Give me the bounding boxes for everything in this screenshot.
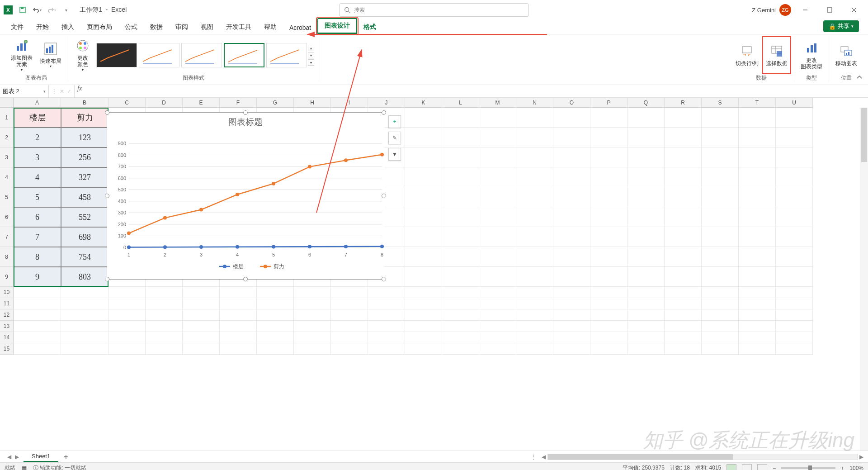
- change-chart-type-button[interactable]: 更改 图表类型: [798, 37, 825, 73]
- chart-plus-icon[interactable]: +: [388, 115, 401, 128]
- sheet-tab-1[interactable]: Sheet1: [24, 451, 58, 462]
- cell[interactable]: [739, 147, 776, 167]
- cell[interactable]: [61, 321, 108, 332]
- cell[interactable]: [665, 343, 702, 355]
- qat-customize[interactable]: ▾: [60, 4, 72, 16]
- col-header-A[interactable]: A: [14, 98, 61, 108]
- cell[interactable]: [776, 108, 813, 128]
- cell[interactable]: [220, 309, 257, 321]
- cell[interactable]: [627, 128, 665, 147]
- col-header-L[interactable]: L: [442, 98, 479, 108]
- cell[interactable]: [627, 298, 665, 309]
- fx-icon[interactable]: fx: [75, 85, 85, 97]
- cell[interactable]: [702, 298, 739, 309]
- data-cell[interactable]: 楼层: [14, 108, 61, 128]
- cell[interactable]: [368, 332, 405, 343]
- cell[interactable]: [257, 321, 294, 332]
- cell[interactable]: [553, 187, 590, 207]
- switch-row-col-button[interactable]: 切换行/列: [733, 37, 761, 73]
- data-cell[interactable]: 698: [61, 227, 108, 247]
- col-header-I[interactable]: I: [331, 98, 368, 108]
- cell[interactable]: [776, 343, 813, 355]
- cell[interactable]: [553, 332, 590, 343]
- data-cell[interactable]: 2: [14, 128, 61, 147]
- cell[interactable]: [14, 298, 61, 309]
- cell[interactable]: [739, 343, 776, 355]
- view-normal[interactable]: [726, 464, 736, 470]
- cell[interactable]: [368, 309, 405, 321]
- cell[interactable]: [183, 287, 220, 298]
- cell[interactable]: [479, 128, 516, 147]
- zoom-out[interactable]: −: [773, 465, 776, 470]
- change-colors-button[interactable]: 更改 颜色▾: [72, 37, 94, 73]
- cell[interactable]: [479, 321, 516, 332]
- cell[interactable]: [442, 207, 479, 227]
- tab-home[interactable]: 开始: [30, 20, 55, 34]
- cell[interactable]: [590, 343, 627, 355]
- cell[interactable]: [553, 287, 590, 298]
- cell[interactable]: [442, 128, 479, 147]
- row-header-3[interactable]: 3: [0, 147, 14, 167]
- cell[interactable]: [442, 287, 479, 298]
- cell[interactable]: [739, 207, 776, 227]
- cell[interactable]: [442, 309, 479, 321]
- col-header-D[interactable]: D: [146, 98, 183, 108]
- cell[interactable]: [516, 167, 553, 187]
- chart-resize-handle[interactable]: [243, 277, 248, 281]
- col-header-R[interactable]: R: [665, 98, 702, 108]
- cell[interactable]: [442, 343, 479, 355]
- cell[interactable]: [14, 321, 61, 332]
- cell[interactable]: [553, 128, 590, 147]
- cell[interactable]: [590, 128, 627, 147]
- cell[interactable]: [516, 247, 553, 267]
- cell[interactable]: [61, 332, 108, 343]
- row-header-8[interactable]: 8: [0, 247, 14, 267]
- cell[interactable]: [665, 108, 702, 128]
- view-page-break[interactable]: [757, 464, 767, 470]
- cell[interactable]: [294, 332, 331, 343]
- cell[interactable]: [442, 227, 479, 247]
- row-header-15[interactable]: 15: [0, 343, 14, 355]
- cell[interactable]: [183, 309, 220, 321]
- chart-resize-handle[interactable]: [243, 110, 248, 115]
- cell[interactable]: [294, 343, 331, 355]
- cell[interactable]: [776, 147, 813, 167]
- cell[interactable]: [516, 108, 553, 128]
- cell[interactable]: [331, 343, 368, 355]
- styles-scroll[interactable]: ▴▾▾: [308, 42, 315, 68]
- cell[interactable]: [627, 147, 665, 167]
- cell[interactable]: [294, 321, 331, 332]
- cell[interactable]: [553, 108, 590, 128]
- select-all-corner[interactable]: [0, 98, 14, 108]
- cell[interactable]: [61, 298, 108, 309]
- data-cell[interactable]: 256: [61, 147, 108, 167]
- move-chart-button[interactable]: 移动图表: [833, 37, 860, 73]
- cell[interactable]: [405, 332, 442, 343]
- cell[interactable]: [405, 227, 442, 247]
- cell[interactable]: [590, 247, 627, 267]
- cell[interactable]: [553, 167, 590, 187]
- cell[interactable]: [702, 343, 739, 355]
- share-button[interactable]: 🔒 共享 ▾: [823, 20, 859, 32]
- cell[interactable]: [776, 267, 813, 287]
- cell[interactable]: [479, 147, 516, 167]
- cell[interactable]: [516, 298, 553, 309]
- col-header-J[interactable]: J: [368, 98, 405, 108]
- cell[interactable]: [479, 187, 516, 207]
- col-header-T[interactable]: T: [739, 98, 776, 108]
- cell[interactable]: [405, 343, 442, 355]
- chart-resize-handle[interactable]: [382, 277, 386, 281]
- cell[interactable]: [702, 332, 739, 343]
- redo-button[interactable]: ▾: [45, 4, 58, 16]
- cell[interactable]: [776, 207, 813, 227]
- sheet-prev[interactable]: ◀: [7, 454, 11, 460]
- cell[interactable]: [665, 167, 702, 187]
- cell[interactable]: [590, 187, 627, 207]
- cell[interactable]: [405, 147, 442, 167]
- cell[interactable]: [702, 247, 739, 267]
- cell[interactable]: [220, 287, 257, 298]
- chart-resize-handle[interactable]: [382, 110, 386, 115]
- data-cell[interactable]: 6: [14, 207, 61, 227]
- cell[interactable]: [257, 309, 294, 321]
- cell[interactable]: [739, 309, 776, 321]
